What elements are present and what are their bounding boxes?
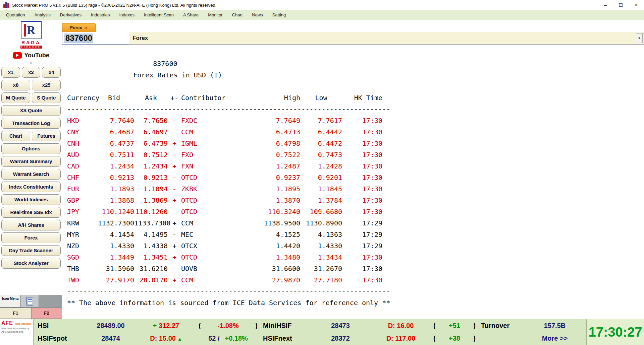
fx-currency: MYR [67, 229, 94, 240]
menu-item[interactable]: Derivatives [55, 10, 86, 20]
menu-item[interactable]: News [247, 10, 268, 20]
menu-item[interactable]: Intelligent Scan [139, 10, 178, 20]
more-button[interactable]: More >> [523, 335, 586, 342]
main-panel: Forex × 837600 Forex ▼ 837600 Forex Rate… [62, 20, 644, 319]
fx-currency: CNY [67, 126, 94, 138]
fx-currency: HKD [67, 115, 94, 126]
forex-row[interactable]: TWD 27.9170 28.0170 + CCM 27.9870 27.718… [67, 274, 382, 286]
forex-row[interactable]: SGD 1.3449 1.3451 + OTCD 1.3480 1.3434 1… [67, 252, 382, 263]
fx-ask: 7.7650 [134, 115, 168, 126]
fx-high: 0.9237 [228, 172, 300, 183]
fx-sign: + [168, 252, 181, 263]
maximize-button[interactable]: ☐ [613, 0, 629, 10]
app-icon [3, 2, 9, 8]
sidebar-button[interactable]: Forex [1, 232, 61, 243]
forex-row[interactable]: KRW 1132.7300 1133.7300 + CCM 1138.9500 … [67, 217, 382, 229]
menu-item[interactable]: Setting [268, 10, 290, 20]
sidebar-button[interactable]: Real-time SSE Idx [1, 207, 61, 218]
fx-currency: CHF [67, 172, 94, 183]
sidebar-function-tab[interactable]: F2 [31, 307, 62, 319]
collapse-chevron-icon[interactable]: ∧ [0, 60, 62, 66]
forex-row[interactable]: AUD 0.7511 0.7512 - FXO 0.7522 0.7473 17… [67, 149, 382, 160]
sidebar-button[interactable]: World Indexes [1, 194, 61, 205]
sidebar-button[interactable]: Day Trade Scanner [1, 245, 61, 256]
sidebar-button[interactable]: x4 [42, 67, 61, 78]
forex-row[interactable]: EUR 1.1893 1.1894 - ZKBK 1.1895 1.1845 1… [67, 183, 382, 195]
fx-bid: 0.7511 [94, 149, 134, 160]
sidebar-function-tab[interactable]: F1 [0, 307, 31, 319]
sidebar-button[interactable]: Index Constituents [1, 182, 61, 192]
fx-sign: - [168, 115, 181, 126]
menu-item[interactable]: Chart [227, 10, 248, 20]
sidebar-button[interactable]: S Quote [32, 92, 61, 103]
menu-item[interactable]: Indexes [114, 10, 139, 20]
hsifspot-percent: +0.18% [225, 335, 248, 342]
tab-forex[interactable]: Forex × [62, 23, 96, 32]
forex-row[interactable]: CNH 6.4737 6.4739 + IGML 6.4798 6.4472 1… [67, 138, 382, 149]
sidebar-button[interactable]: Chart [1, 131, 30, 141]
fx-sign: - [168, 229, 181, 240]
icon-menu-button[interactable]: Icon Menu [0, 295, 21, 307]
fx-sign: - [168, 183, 181, 195]
forex-row[interactable]: CHF 0.9213 0.9213 - OTCD 0.9237 0.9201 1… [67, 172, 382, 183]
sidebar-button[interactable]: XS Quote [1, 105, 61, 116]
forex-row[interactable]: GBP 1.3868 1.3869 + OTCD 1.3870 1.3784 1… [67, 195, 382, 206]
sidebar-button[interactable]: x25 [32, 80, 61, 90]
tab-close-icon[interactable]: × [85, 25, 88, 30]
panel-title: Forex [132, 35, 636, 42]
sidebar-button[interactable]: Stock Analyzer [1, 258, 61, 269]
window-controls: – ☐ ✕ [598, 0, 644, 10]
col-low: Low [300, 92, 342, 104]
sidebar-button[interactable]: Futures [32, 131, 61, 141]
raga-logo-subtext: FINANCE [20, 46, 42, 49]
fx-sign: + [168, 160, 181, 172]
fx-contributor: CCM [181, 217, 228, 229]
fx-contributor: OTCD [181, 206, 228, 217]
forex-row[interactable]: THB 31.5960 31.6210 - UOVB 31.6600 31.26… [67, 263, 382, 274]
menu-item[interactable]: Analysis [30, 10, 55, 20]
stock-code-input[interactable]: 837600 [62, 32, 129, 45]
fx-low: 1.4330 [300, 240, 342, 252]
forex-row[interactable]: NZD 1.4330 1.4338 + OTCX 1.4420 1.4330 1… [67, 240, 382, 252]
sidebar-button[interactable]: A/H Shares [1, 220, 61, 230]
forex-row[interactable]: HKD 7.7640 7.7650 - FXDC 7.7649 7.7617 1… [67, 115, 382, 126]
fx-currency: TWD [67, 274, 94, 286]
fx-bid: 6.4737 [94, 138, 134, 149]
afe-logo: AFE SOLUTIONS Information provided by AF… [0, 319, 34, 345]
report-button[interactable] [21, 295, 39, 307]
sidebar-button[interactable]: M Quote [1, 92, 30, 103]
menu-item[interactable]: Monitor [203, 10, 227, 20]
forex-row[interactable]: JPY 110.1240 110.1260 OTCD 110.3240 109.… [67, 206, 382, 217]
sidebar-button[interactable]: Transaction Log [1, 118, 61, 129]
menu-item[interactable]: Quotation [1, 10, 30, 20]
forex-row[interactable]: CNY 6.4687 6.4697 CCM 6.4713 6.4442 17:3… [67, 126, 382, 138]
sidebar-button[interactable]: x1 [1, 67, 20, 78]
forex-title-line: 837600 Forex Rates in USD (I) [67, 47, 644, 92]
col-contributor: Contributor [181, 92, 228, 104]
hsifnext-value: 28372 [309, 335, 372, 342]
fx-currency: CNH [67, 138, 94, 149]
document-icon [26, 297, 33, 305]
turnover-value: 157.5B [523, 322, 586, 330]
close-button[interactable]: ✕ [629, 0, 644, 10]
dropdown-arrow-icon[interactable]: ▼ [636, 33, 643, 43]
minimize-button[interactable]: – [598, 0, 613, 10]
fx-bid: 7.7640 [94, 115, 134, 126]
hsifspot-delta: D: 15.00 [150, 335, 176, 342]
sidebar-button[interactable]: x2 [22, 67, 41, 78]
sidebar-button[interactable]: x8 [1, 80, 30, 90]
menu-item[interactable]: Industries [86, 10, 114, 20]
sidebar-button[interactable]: Options [1, 143, 61, 154]
sidebar-button[interactable]: Warrant Summary [1, 156, 61, 167]
menu-item[interactable]: A Share [178, 10, 203, 20]
turnover-label: Turnover [480, 322, 523, 330]
youtube-button[interactable]: YouTube [0, 50, 62, 60]
titlebar: Stock Market PRO 5 v1.0.5 (Build 135) ra… [0, 0, 644, 10]
fx-time: 17:30 [342, 195, 382, 206]
menubar: Quotation Analysis Derivatives Industrie… [0, 10, 644, 20]
forex-row[interactable]: CAD 1.2434 1.2434 + FXN 1.2487 1.2428 17… [67, 160, 382, 172]
sidebar-button[interactable]: Warrant Search [1, 169, 61, 180]
fx-contributor: OTCX [181, 240, 228, 252]
forex-row[interactable]: MYR 4.1454 4.1495 - MEC 4.1525 4.1363 17… [67, 229, 382, 240]
afe-logo-subtext: SOLUTIONS [15, 323, 31, 326]
